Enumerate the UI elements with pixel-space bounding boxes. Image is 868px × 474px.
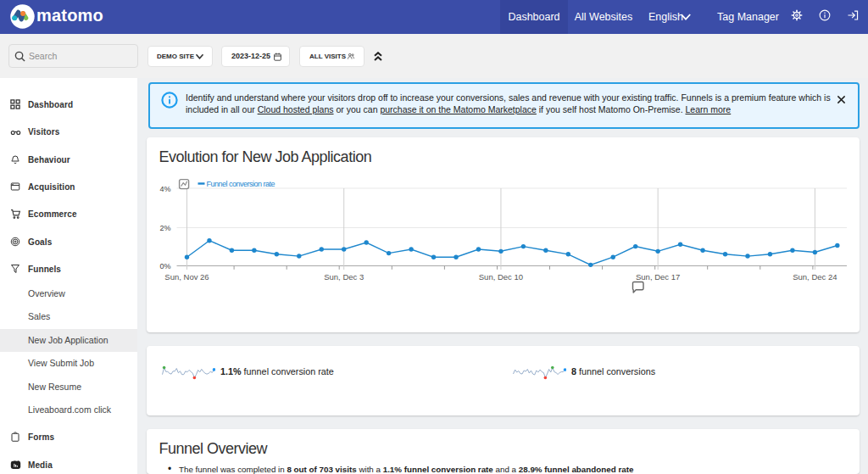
svg-text:Sun, Dec 17: Sun, Dec 17 — [636, 272, 680, 282]
svg-text:Sun, Dec 3: Sun, Dec 3 — [324, 272, 364, 282]
svg-text:Sun, Dec 24: Sun, Dec 24 — [793, 272, 837, 282]
svg-text:2%: 2% — [159, 224, 170, 232]
svg-text:Funnel conversion rate: Funnel conversion rate — [207, 180, 275, 188]
svg-text:0%: 0% — [159, 262, 170, 270]
svg-text:Sun, Nov 26: Sun, Nov 26 — [164, 272, 209, 282]
svg-text:4%: 4% — [159, 185, 170, 193]
svg-text:Sun, Dec 10: Sun, Dec 10 — [479, 272, 523, 282]
